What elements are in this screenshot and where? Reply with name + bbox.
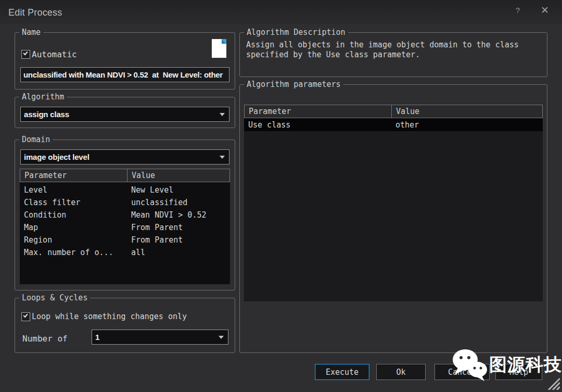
algorithm-dropdown[interactable]: assign class bbox=[20, 107, 229, 122]
param-cell: Region bbox=[20, 235, 127, 245]
automatic-checkbox-label: Automatic bbox=[32, 49, 77, 59]
resize-grip[interactable] bbox=[546, 376, 560, 390]
algorithm-description-text: Assign all objects in the image object d… bbox=[246, 40, 542, 60]
params-table-header: Parameter Value bbox=[244, 105, 543, 118]
number-of-label: Number of bbox=[22, 334, 68, 344]
description-group-label: Algorithm Description bbox=[244, 28, 348, 37]
chevron-down-icon bbox=[220, 113, 225, 116]
help-button[interactable]: Help bbox=[495, 364, 542, 380]
domain-table-body: Level New Level Class filter unclassifie… bbox=[20, 182, 230, 284]
chevron-down-icon bbox=[220, 156, 225, 159]
checkbox-box[interactable] bbox=[21, 312, 30, 321]
dialog-title: Edit Process bbox=[8, 7, 62, 18]
close-icon: ✕ bbox=[541, 4, 549, 16]
param-cell: Map bbox=[20, 223, 127, 232]
titlebar-help-button[interactable]: ? bbox=[510, 3, 526, 17]
param-cell: Use class bbox=[244, 120, 391, 130]
loops-cycles-group: Loops & Cycles Loop while something chan… bbox=[15, 298, 235, 353]
algorithm-parameters-table: Parameter Value Use class other bbox=[244, 105, 543, 301]
table-row[interactable]: Level New Level bbox=[20, 184, 230, 196]
domain-group: Domain image object level Parameter Valu… bbox=[15, 140, 235, 290]
value-cell: Mean NDVI > 0.52 bbox=[127, 210, 207, 220]
params-table-body: Use class other bbox=[244, 118, 543, 301]
name-group: Name Automatic bbox=[15, 32, 235, 90]
params-header-value: Value bbox=[392, 107, 419, 116]
domain-header-value: Value bbox=[127, 171, 155, 180]
value-cell: From Parent bbox=[127, 223, 183, 232]
execute-button[interactable]: Execute bbox=[315, 364, 369, 380]
table-row[interactable]: Max. number of o... all bbox=[20, 246, 230, 259]
param-cell: Level bbox=[20, 185, 127, 195]
domain-group-label: Domain bbox=[19, 135, 53, 144]
execute-button-label: Execute bbox=[326, 368, 359, 377]
document-icon bbox=[212, 39, 227, 59]
algorithm-group: Algorithm assign class bbox=[15, 97, 235, 128]
algorithm-group-label: Algorithm bbox=[19, 92, 67, 102]
checkmark-icon bbox=[23, 50, 28, 55]
close-button[interactable]: ✕ bbox=[537, 3, 553, 17]
question-mark-icon: ? bbox=[516, 6, 520, 15]
value-cell: all bbox=[127, 248, 145, 257]
table-row[interactable]: Class filter unclassified bbox=[20, 196, 230, 209]
checkmark-icon bbox=[23, 312, 28, 317]
table-row[interactable]: Use class other bbox=[244, 118, 543, 131]
value-cell: unclassified bbox=[127, 198, 187, 207]
loop-while-checkbox[interactable]: Loop while something changes only bbox=[21, 312, 187, 321]
algorithm-dropdown-value: assign class bbox=[21, 110, 220, 119]
automatic-checkbox[interactable]: Automatic bbox=[21, 49, 77, 59]
number-of-dropdown[interactable]: 1 bbox=[92, 330, 228, 345]
value-cell: other bbox=[391, 120, 419, 130]
number-of-value: 1 bbox=[92, 333, 219, 342]
loops-group-label: Loops & Cycles bbox=[19, 293, 90, 302]
table-row[interactable]: Region From Parent bbox=[20, 234, 230, 246]
process-name-input[interactable] bbox=[20, 67, 229, 82]
domain-parameter-table: Parameter Value Level New Level Class fi… bbox=[20, 169, 230, 284]
cancel-button[interactable]: Cancel bbox=[435, 364, 490, 380]
ok-button[interactable]: Ok bbox=[376, 364, 426, 380]
algorithm-description-group: Algorithm Description Assign all objects… bbox=[239, 32, 547, 77]
ok-button-label: Ok bbox=[396, 368, 405, 377]
edit-process-dialog: Edit Process ? ✕ Name Automatic Algorith… bbox=[0, 0, 562, 392]
domain-table-header: Parameter Value bbox=[20, 169, 230, 182]
params-header-parameter: Parameter bbox=[245, 105, 392, 118]
value-cell: From Parent bbox=[127, 235, 183, 245]
algorithm-parameters-group: Algorithm parameters Parameter Value Use… bbox=[239, 84, 547, 353]
param-cell: Condition bbox=[20, 210, 127, 220]
title-bar: Edit Process ? ✕ bbox=[0, 0, 562, 24]
domain-dropdown[interactable]: image object level bbox=[20, 149, 229, 165]
chevron-down-icon bbox=[219, 336, 224, 339]
value-cell: New Level bbox=[127, 185, 173, 195]
name-group-label: Name bbox=[19, 28, 43, 37]
table-row[interactable]: Map From Parent bbox=[20, 221, 230, 234]
domain-header-parameter: Parameter bbox=[20, 169, 127, 182]
checkbox-box[interactable] bbox=[21, 50, 30, 59]
parameters-group-label: Algorithm parameters bbox=[244, 80, 343, 89]
domain-dropdown-value: image object level bbox=[21, 153, 220, 161]
table-row[interactable]: Condition Mean NDVI > 0.52 bbox=[20, 209, 230, 221]
param-cell: Class filter bbox=[20, 198, 127, 207]
cancel-button-label: Cancel bbox=[448, 368, 476, 377]
param-cell: Max. number of o... bbox=[20, 248, 127, 257]
help-button-label: Help bbox=[509, 368, 528, 377]
loop-while-checkbox-label: Loop while something changes only bbox=[32, 312, 187, 321]
